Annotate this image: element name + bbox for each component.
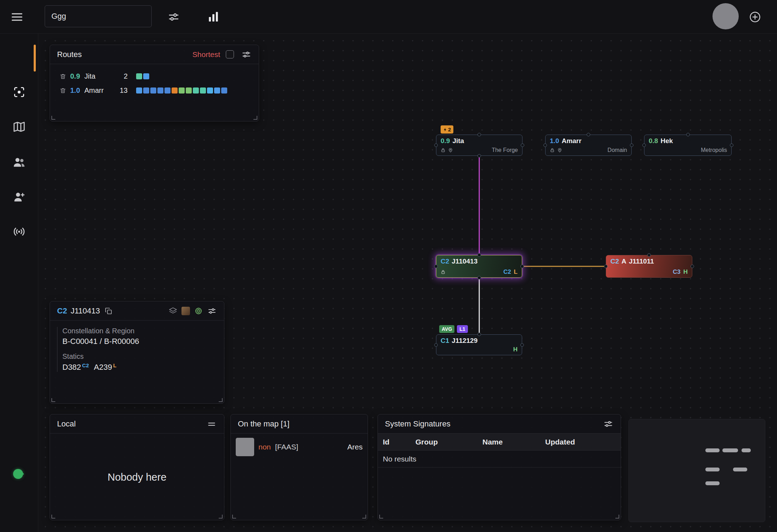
connector-dot[interactable] [647, 253, 651, 257]
signatures-empty-state: No results [378, 451, 621, 468]
region-name: The Forge [492, 147, 518, 153]
system-thumbnail[interactable] [181, 307, 190, 315]
connector-dot[interactable] [434, 343, 438, 347]
route-jump-square [150, 87, 156, 94]
resize-handle[interactable] [51, 515, 55, 519]
map-node-j110413[interactable]: C2 J110413 C2 L [436, 255, 522, 278]
connector-dot[interactable] [691, 265, 694, 268]
static-target: L [113, 362, 116, 368]
resize-handle[interactable] [219, 398, 223, 402]
pilot-name[interactable]: non [258, 443, 271, 451]
route-jump-square [172, 87, 178, 94]
security-status: 1.0 [550, 137, 559, 144]
overview-widget[interactable] [628, 419, 765, 522]
route-destination[interactable]: Jita [84, 72, 115, 80]
signatures-settings-icon[interactable] [603, 419, 614, 429]
skeleton-bar [705, 481, 720, 485]
routes-settings-icon[interactable] [241, 49, 252, 60]
static-class: L [514, 269, 518, 275]
resize-handle[interactable] [362, 515, 366, 519]
route-jump-square [214, 87, 220, 94]
column-group: Group [415, 438, 482, 446]
sidebar-item-add-character[interactable] [11, 189, 27, 205]
statics-label: Statics [62, 352, 217, 361]
map-node-j111011[interactable]: C2 A J111011 C3 H [606, 255, 692, 278]
resize-handle[interactable] [615, 515, 619, 519]
local-list-icon[interactable] [206, 419, 217, 429]
connector-dot[interactable] [477, 276, 481, 279]
connector-dot[interactable] [686, 133, 690, 136]
route-jump-square [164, 87, 171, 94]
connector-dot[interactable] [477, 333, 481, 336]
sidebar-item-broadcast[interactable] [11, 224, 27, 239]
route-row[interactable]: 0.9 Jita 2 [50, 69, 259, 83]
static-target: C2 [82, 362, 89, 368]
resize-handle[interactable] [253, 116, 257, 120]
shortest-checkbox[interactable] [226, 50, 234, 58]
sidebar-item-characters[interactable] [11, 154, 27, 170]
resize-handle[interactable] [51, 116, 55, 120]
route-row[interactable]: 1.0 Amarr 13 [50, 83, 259, 97]
connector-dot[interactable] [477, 133, 481, 136]
info-settings-icon[interactable] [207, 306, 217, 316]
target-icon[interactable] [194, 306, 203, 316]
user-avatar[interactable] [712, 3, 739, 29]
on-the-map-panel: On the map [1] non [FAAS] Ares [230, 414, 368, 520]
connector-dot[interactable] [434, 265, 438, 268]
connector-dot[interactable] [520, 265, 524, 268]
filter-sliders-icon[interactable] [166, 9, 181, 25]
shortest-mode-label[interactable]: Shortest [192, 50, 220, 59]
connector-dot[interactable] [642, 143, 646, 147]
region-name: Metropolis [701, 147, 727, 153]
map-node-hek[interactable]: 0.8 Hek Metropolis [644, 135, 732, 156]
wormhole-class: C2 [57, 306, 67, 316]
pilot-ship: Ares [347, 443, 363, 451]
kills-badge[interactable]: 2 [441, 125, 453, 134]
delete-route-icon[interactable] [59, 72, 67, 80]
route-jump-count: 13 [115, 86, 128, 95]
node-badges: AVG L1 [439, 325, 468, 333]
bar-chart-icon[interactable] [205, 9, 222, 26]
connector-dot[interactable] [520, 343, 524, 347]
connector-dot[interactable] [604, 265, 608, 268]
connector-dot[interactable] [630, 143, 633, 147]
resize-handle[interactable] [232, 515, 236, 519]
static-class: H [683, 269, 688, 275]
connector-dot[interactable] [434, 143, 438, 147]
pilot-row[interactable]: non [FAAS] Ares [231, 434, 368, 460]
system-info-body: Constellation & Region B-C00041 / B-R000… [50, 321, 224, 378]
skeleton-bar [742, 448, 751, 452]
security-status: 0.9 [441, 137, 450, 144]
connector-dot[interactable] [543, 143, 547, 147]
delete-route-icon[interactable] [59, 86, 67, 94]
statics-value: D382C2A239L [62, 362, 217, 372]
resize-handle[interactable] [51, 398, 55, 402]
wormhole-mapper-app: 2 0.9 Jita The Forge 1.0 Amarr Domain [0, 0, 777, 532]
menu-icon[interactable] [9, 9, 25, 25]
add-icon[interactable] [747, 9, 763, 25]
static-class: C2 [503, 269, 511, 275]
system-name: Hek [660, 137, 673, 144]
resize-handle[interactable] [379, 515, 383, 519]
route-jump-square [143, 87, 149, 94]
map-node-amarr[interactable]: 1.0 Amarr Domain [545, 135, 632, 156]
lock-icon [550, 148, 555, 153]
map-name-input[interactable] [45, 5, 152, 27]
local-panel-header: Local [50, 414, 224, 434]
resize-handle[interactable] [219, 515, 223, 519]
connector-dot[interactable] [477, 154, 481, 158]
constellation-value: B-C00041 / B-R00006 [62, 337, 217, 346]
connector-dot[interactable] [587, 133, 590, 136]
connector-dot[interactable] [730, 143, 733, 147]
wormhole-class: C2 [610, 258, 619, 265]
layers-icon[interactable] [168, 306, 178, 316]
connector-dot[interactable] [521, 143, 524, 147]
sidebar-item-tracking[interactable] [11, 84, 27, 100]
sidebar-item-map[interactable] [11, 119, 27, 135]
connector-dot[interactable] [477, 253, 481, 257]
map-node-jita[interactable]: 2 0.9 Jita The Forge [436, 135, 522, 156]
copy-icon[interactable] [104, 306, 113, 316]
route-destination[interactable]: Amarr [84, 86, 115, 95]
skeleton-bar [705, 448, 720, 452]
map-node-j112129[interactable]: AVG L1 C1 J112129 H [436, 334, 522, 355]
